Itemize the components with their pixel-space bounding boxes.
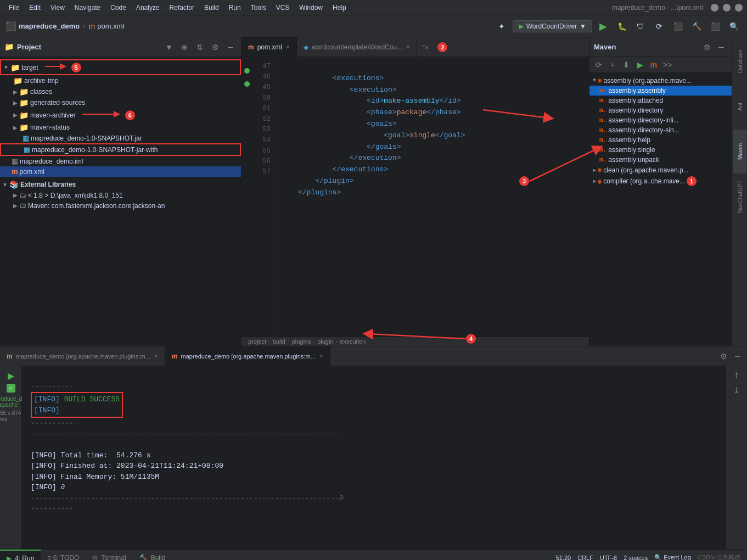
run-tab1[interactable]: m mapreduce_demo [org.apache.maven.plugi… <box>0 346 165 366</box>
run-tab2[interactable]: m mapreduce_demo [org.apache.maven.plugi… <box>165 346 330 366</box>
search-everywhere-button[interactable]: 🔍 <box>726 19 742 34</box>
menu-analyze[interactable]: Analyze <box>132 3 164 13</box>
coverage-button[interactable]: 🛡 <box>633 19 648 34</box>
tab-maven-button[interactable]: Maven <box>733 130 746 173</box>
footer-tab-run[interactable]: ▶ 4: Run <box>0 550 41 560</box>
expand-icon: ▶ <box>13 89 18 95</box>
pom-file-icon: m <box>89 22 96 31</box>
menu-navigate[interactable]: Navigate <box>70 3 105 13</box>
tree-item-external-libs[interactable]: ▼ 📚 External Libraries <box>0 179 241 190</box>
run-play-button[interactable]: ▶ <box>5 369 17 382</box>
menu-build[interactable]: Build <box>200 3 223 13</box>
tab-wordcount[interactable]: ◈ wordcounttemplate\WordCou... ✕ <box>297 37 417 57</box>
tree-item-iml[interactable]: ▦ mapreduce_demo.iml <box>0 156 241 166</box>
tree-item-jar1[interactable]: ▦ mapreduce_demo-1.0-SNAPSHOT.jar <box>0 133 241 143</box>
navigate-back-button[interactable]: ✦ <box>494 19 509 34</box>
event-log-button[interactable]: 🔍 Event Log <box>654 554 691 560</box>
run-panel-settings-button[interactable]: ⚙ <box>717 350 729 362</box>
maven-item-assembly-attached[interactable]: m. assembly:attached <box>589 96 732 105</box>
tab-ant-button[interactable]: Ant <box>733 85 746 128</box>
menu-edit[interactable]: Edit <box>25 3 45 13</box>
tree-item-jdk[interactable]: ▶ 🗂 < 1.8 > D:\java_xm\jdk1.8.0_151 <box>0 190 241 200</box>
footer-tab-terminal[interactable]: ✉ Terminal <box>86 550 132 560</box>
project-settings-button[interactable]: ⚙ <box>209 41 221 53</box>
maven-plugin-icon: ◉ <box>598 177 602 186</box>
menu-window[interactable]: Window <box>295 3 327 13</box>
maven-more-button[interactable]: >> <box>661 59 673 71</box>
tree-item-archive-tmp[interactable]: 📁 archive-tmp <box>0 75 241 86</box>
project-add-button[interactable]: ⊕ <box>178 41 190 53</box>
project-scroll-button[interactable]: ⇅ <box>194 41 206 53</box>
maven-item-assembly-single[interactable]: m. assembly:single <box>589 145 732 155</box>
maven-item-assembly-directory-sin[interactable]: m. assembly:directory-sin... <box>589 125 732 135</box>
maven-item-assembly-unpack[interactable]: m. assembly:unpack <box>589 155 732 165</box>
minimize-button[interactable]: ─ <box>711 4 718 12</box>
maven-add-button[interactable]: + <box>606 59 619 71</box>
menu-view[interactable]: View <box>46 3 69 13</box>
maven-item-assembly-assembly[interactable]: m. assembly:assembly <box>589 86 732 96</box>
debug-button[interactable]: 🐛 <box>614 19 630 34</box>
menu-tools[interactable]: Tools <box>246 3 271 13</box>
tab-pom-xml[interactable]: m pom.xml ✕ <box>241 37 297 57</box>
footer-tab-todo[interactable]: ≡ 6: TODO <box>41 550 86 560</box>
run-panel-content: ▶ ✓ mapreduce_demo [org.apache 55 s 874 … <box>0 366 747 549</box>
tab-class-icon: ◈ <box>304 43 308 51</box>
maven-item-compiler-group[interactable]: ▶ ◉ compiler (org.a..che.mave... 1 <box>589 175 732 187</box>
maven-item-assembly-group[interactable]: ▼ ◉ assembly (org.apache.mave... <box>589 75 732 86</box>
maven-m-button[interactable]: m <box>648 59 660 71</box>
encoding: UTF-8 <box>600 555 617 561</box>
jar-icon: ▦ <box>24 145 30 154</box>
separator-line: ---------- <box>31 383 74 391</box>
menu-vcs[interactable]: VCS <box>272 3 294 13</box>
run-button[interactable]: ▶ <box>596 19 611 34</box>
tree-item-pom[interactable]: m pom.xml <box>0 166 241 177</box>
menu-code[interactable]: Code <box>106 3 131 13</box>
tree-item-target[interactable]: ▼ 📁 target 5 <box>0 59 241 75</box>
maximize-button[interactable]: □ <box>723 4 731 12</box>
maven-item-assembly-help[interactable]: m. assembly:help <box>589 135 732 145</box>
sdk-update-button[interactable]: ⬛ <box>707 19 723 34</box>
tree-item-generated-sources[interactable]: ▶ 📁 generated-sources <box>0 97 241 108</box>
tab-nexchatgpt-button[interactable]: NexChatGPT <box>733 175 746 219</box>
run-panel-minimize-button[interactable]: ─ <box>732 350 744 362</box>
footer-tab-build[interactable]: 🔨 Build <box>133 550 172 560</box>
maven-item-clean-group[interactable]: ▶ ◉ clean (org.apache.maven.p... <box>589 165 732 175</box>
maven-refresh-button[interactable]: ⟳ <box>593 59 605 71</box>
maven-run-button[interactable]: ▶ <box>634 59 646 71</box>
build-project-button[interactable]: 🔨 <box>689 19 704 34</box>
project-dropdown-button[interactable]: ▼ <box>163 41 175 53</box>
tree-item-classes[interactable]: ▶ 📁 classes <box>0 86 241 97</box>
close-button[interactable]: ✕ <box>735 4 743 12</box>
tree-item-maven-status[interactable]: ▶ 📁 maven-status <box>0 122 241 133</box>
expand-icon: ▼ <box>2 182 8 188</box>
tab-database-button[interactable]: Database <box>733 40 746 83</box>
project-minimize-button[interactable]: ─ <box>224 41 237 53</box>
tree-item-jar2[interactable]: ▦ mapreduce_demo-1.0-SNAPSHOT-jar-with <box>0 143 241 156</box>
tab-close-button[interactable]: ✕ <box>285 44 290 50</box>
maven-item-label: assembly:directory <box>608 107 663 114</box>
profile-button[interactable]: ⟳ <box>651 19 667 34</box>
menu-file[interactable]: File <box>4 3 24 13</box>
stop-button[interactable]: ⬛ <box>670 19 686 34</box>
badge-5: 5 <box>71 63 81 72</box>
maven-item-assembly-directory[interactable]: m. assembly:directory <box>589 105 732 115</box>
menu-run[interactable]: Run <box>224 3 245 13</box>
run-scroll-bottom-button[interactable]: ⤓ <box>731 384 743 396</box>
run-terminal-output[interactable]: ---------- [INFO] BUILD SUCCESS [INFO] -… <box>22 366 725 549</box>
tab-label: pom.xml <box>257 43 282 51</box>
code-content[interactable]: <executions> <execution> <id>make-assemb… <box>274 57 589 337</box>
menu-refactor[interactable]: Refactor <box>165 3 199 13</box>
maven-download-button[interactable]: ⬇ <box>620 59 632 71</box>
menu-help[interactable]: Help <box>328 3 351 13</box>
tab-more-button[interactable]: ≡₉ <box>417 43 433 51</box>
maven-settings-button[interactable]: ⚙ <box>701 41 713 53</box>
tree-item-maven-jackson[interactable]: ▶ 🗂 Maven: com.fasterxml.jackson.core:ja… <box>0 200 241 211</box>
tree-item-maven-archiver[interactable]: ▶ 📁 maven-archiver 6 <box>0 108 241 122</box>
tab-close-button[interactable]: ✕ <box>154 353 158 359</box>
maven-item-assembly-directory-inli[interactable]: m. assembly:directory-inli... <box>589 115 732 125</box>
maven-minimize-button[interactable]: ─ <box>715 41 727 53</box>
run-config-selector[interactable]: ▶ WordCountDriver ▼ <box>513 20 592 32</box>
tab-close-button[interactable]: ✕ <box>319 353 323 359</box>
tab-close-button[interactable]: ✕ <box>406 44 410 50</box>
run-scroll-top-button[interactable]: ⤒ <box>731 369 743 382</box>
